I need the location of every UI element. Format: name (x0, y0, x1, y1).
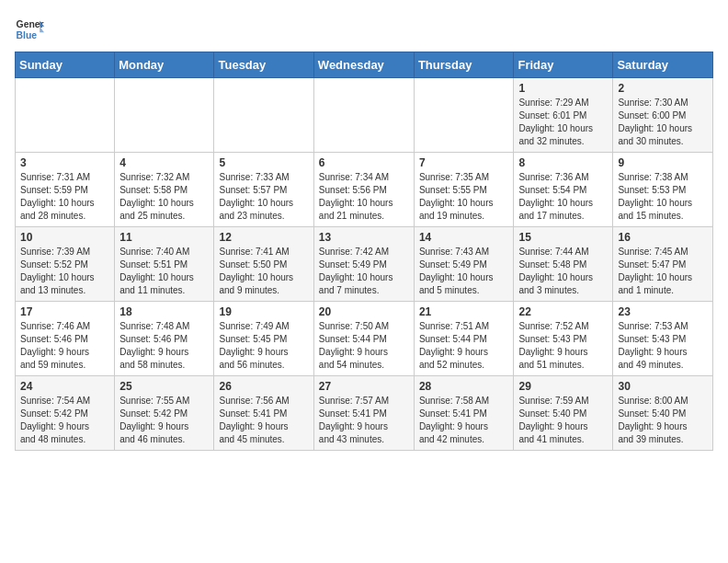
calendar-weekday-monday: Monday (115, 52, 214, 78)
calendar-cell (414, 78, 514, 153)
day-number: 4 (119, 156, 209, 169)
calendar-cell: 24Sunrise: 7:54 AMSunset: 5:42 PMDayligh… (16, 376, 115, 451)
day-number: 27 (319, 380, 409, 393)
day-info: Sunrise: 8:00 AMSunset: 5:40 PMDaylight:… (618, 395, 708, 446)
calendar-weekday-saturday: Saturday (613, 52, 713, 78)
day-info: Sunrise: 7:54 AMSunset: 5:42 PMDaylight:… (20, 395, 109, 446)
calendar-week-5: 24Sunrise: 7:54 AMSunset: 5:42 PMDayligh… (16, 376, 713, 451)
calendar-cell: 9Sunrise: 7:38 AMSunset: 5:53 PMDaylight… (613, 153, 713, 227)
calendar-cell: 8Sunrise: 7:36 AMSunset: 5:54 PMDaylight… (514, 153, 613, 227)
calendar-cell: 23Sunrise: 7:53 AMSunset: 5:43 PMDayligh… (613, 302, 713, 376)
day-info: Sunrise: 7:46 AMSunset: 5:46 PMDaylight:… (20, 320, 109, 372)
calendar-cell: 6Sunrise: 7:34 AMSunset: 5:56 PMDaylight… (313, 153, 414, 227)
day-info: Sunrise: 7:39 AMSunset: 5:52 PMDaylight:… (20, 246, 109, 297)
calendar-cell: 30Sunrise: 8:00 AMSunset: 5:40 PMDayligh… (613, 376, 713, 451)
day-info: Sunrise: 7:35 AMSunset: 5:55 PMDaylight:… (419, 171, 509, 223)
day-info: Sunrise: 7:58 AMSunset: 5:41 PMDaylight:… (419, 395, 509, 446)
day-number: 24 (20, 380, 109, 393)
calendar-table: SundayMondayTuesdayWednesdayThursdayFrid… (15, 52, 713, 451)
day-number: 13 (319, 231, 409, 244)
day-number: 3 (20, 156, 109, 169)
calendar-week-3: 10Sunrise: 7:39 AMSunset: 5:52 PMDayligh… (16, 227, 713, 302)
calendar-cell: 13Sunrise: 7:42 AMSunset: 5:49 PMDayligh… (313, 227, 414, 302)
day-info: Sunrise: 7:57 AMSunset: 5:41 PMDaylight:… (319, 395, 409, 446)
day-info: Sunrise: 7:40 AMSunset: 5:51 PMDaylight:… (119, 246, 209, 297)
day-number: 10 (20, 231, 109, 244)
calendar-cell: 22Sunrise: 7:52 AMSunset: 5:43 PMDayligh… (514, 302, 613, 376)
calendar-weekday-friday: Friday (514, 52, 613, 78)
calendar-cell: 2Sunrise: 7:30 AMSunset: 6:00 PMDaylight… (613, 78, 713, 153)
calendar-cell: 19Sunrise: 7:49 AMSunset: 5:45 PMDayligh… (214, 302, 313, 376)
calendar-week-4: 17Sunrise: 7:46 AMSunset: 5:46 PMDayligh… (16, 302, 713, 376)
day-number: 19 (219, 305, 308, 318)
day-info: Sunrise: 7:34 AMSunset: 5:56 PMDaylight:… (319, 171, 409, 223)
day-info: Sunrise: 7:44 AMSunset: 5:48 PMDaylight:… (518, 246, 608, 297)
day-info: Sunrise: 7:32 AMSunset: 5:58 PMDaylight:… (119, 171, 209, 223)
calendar-cell: 16Sunrise: 7:45 AMSunset: 5:47 PMDayligh… (613, 227, 713, 302)
day-info: Sunrise: 7:52 AMSunset: 5:43 PMDaylight:… (518, 320, 608, 372)
calendar-cell (313, 78, 414, 153)
day-info: Sunrise: 7:29 AMSunset: 6:01 PMDaylight:… (518, 97, 608, 148)
calendar-weekday-thursday: Thursday (414, 52, 514, 78)
calendar-cell (214, 78, 313, 153)
day-number: 30 (618, 380, 708, 393)
day-number: 7 (419, 156, 509, 169)
day-number: 2 (618, 82, 708, 95)
day-number: 20 (319, 305, 409, 318)
day-number: 12 (219, 231, 308, 244)
day-number: 18 (119, 305, 209, 318)
day-number: 29 (518, 380, 608, 393)
calendar-cell (16, 78, 115, 153)
calendar-cell: 28Sunrise: 7:58 AMSunset: 5:41 PMDayligh… (414, 376, 514, 451)
day-info: Sunrise: 7:59 AMSunset: 5:40 PMDaylight:… (518, 395, 608, 446)
calendar-cell: 17Sunrise: 7:46 AMSunset: 5:46 PMDayligh… (16, 302, 115, 376)
day-number: 14 (419, 231, 509, 244)
day-number: 16 (618, 231, 708, 244)
calendar-cell: 3Sunrise: 7:31 AMSunset: 5:59 PMDaylight… (16, 153, 115, 227)
day-info: Sunrise: 7:38 AMSunset: 5:53 PMDaylight:… (618, 171, 708, 223)
day-number: 1 (518, 82, 608, 95)
day-info: Sunrise: 7:48 AMSunset: 5:46 PMDaylight:… (119, 320, 209, 372)
day-info: Sunrise: 7:50 AMSunset: 5:44 PMDaylight:… (319, 320, 409, 372)
calendar-cell: 25Sunrise: 7:55 AMSunset: 5:42 PMDayligh… (115, 376, 214, 451)
day-number: 26 (219, 380, 308, 393)
day-number: 15 (518, 231, 608, 244)
calendar-cell: 18Sunrise: 7:48 AMSunset: 5:46 PMDayligh… (115, 302, 214, 376)
day-number: 28 (419, 380, 509, 393)
logo-icon: General Blue (15, 15, 44, 44)
calendar-cell: 10Sunrise: 7:39 AMSunset: 5:52 PMDayligh… (16, 227, 115, 302)
calendar-cell: 7Sunrise: 7:35 AMSunset: 5:55 PMDaylight… (414, 153, 514, 227)
page-header: General Blue (15, 15, 713, 44)
calendar-cell: 11Sunrise: 7:40 AMSunset: 5:51 PMDayligh… (115, 227, 214, 302)
calendar-cell: 20Sunrise: 7:50 AMSunset: 5:44 PMDayligh… (313, 302, 414, 376)
day-number: 21 (419, 305, 509, 318)
day-info: Sunrise: 7:55 AMSunset: 5:42 PMDaylight:… (119, 395, 209, 446)
day-number: 25 (119, 380, 209, 393)
day-info: Sunrise: 7:53 AMSunset: 5:43 PMDaylight:… (618, 320, 708, 372)
calendar-cell: 26Sunrise: 7:56 AMSunset: 5:41 PMDayligh… (214, 376, 313, 451)
day-number: 5 (219, 156, 308, 169)
calendar-cell: 27Sunrise: 7:57 AMSunset: 5:41 PMDayligh… (313, 376, 414, 451)
calendar-cell: 29Sunrise: 7:59 AMSunset: 5:40 PMDayligh… (514, 376, 613, 451)
calendar-cell: 14Sunrise: 7:43 AMSunset: 5:49 PMDayligh… (414, 227, 514, 302)
calendar-cell: 15Sunrise: 7:44 AMSunset: 5:48 PMDayligh… (514, 227, 613, 302)
day-number: 22 (518, 305, 608, 318)
calendar-cell: 4Sunrise: 7:32 AMSunset: 5:58 PMDaylight… (115, 153, 214, 227)
day-info: Sunrise: 7:51 AMSunset: 5:44 PMDaylight:… (419, 320, 509, 372)
calendar-weekday-sunday: Sunday (16, 52, 115, 78)
day-info: Sunrise: 7:36 AMSunset: 5:54 PMDaylight:… (518, 171, 608, 223)
day-number: 11 (119, 231, 209, 244)
day-info: Sunrise: 7:41 AMSunset: 5:50 PMDaylight:… (219, 246, 308, 297)
svg-text:Blue: Blue (17, 30, 38, 40)
calendar-week-1: 1Sunrise: 7:29 AMSunset: 6:01 PMDaylight… (16, 78, 713, 153)
day-info: Sunrise: 7:43 AMSunset: 5:49 PMDaylight:… (419, 246, 509, 297)
day-number: 17 (20, 305, 109, 318)
day-number: 9 (618, 156, 708, 169)
day-info: Sunrise: 7:56 AMSunset: 5:41 PMDaylight:… (219, 395, 308, 446)
day-info: Sunrise: 7:31 AMSunset: 5:59 PMDaylight:… (20, 171, 109, 223)
day-info: Sunrise: 7:42 AMSunset: 5:49 PMDaylight:… (319, 246, 409, 297)
calendar-cell: 12Sunrise: 7:41 AMSunset: 5:50 PMDayligh… (214, 227, 313, 302)
calendar-cell: 21Sunrise: 7:51 AMSunset: 5:44 PMDayligh… (414, 302, 514, 376)
day-info: Sunrise: 7:30 AMSunset: 6:00 PMDaylight:… (618, 97, 708, 148)
calendar-cell (115, 78, 214, 153)
